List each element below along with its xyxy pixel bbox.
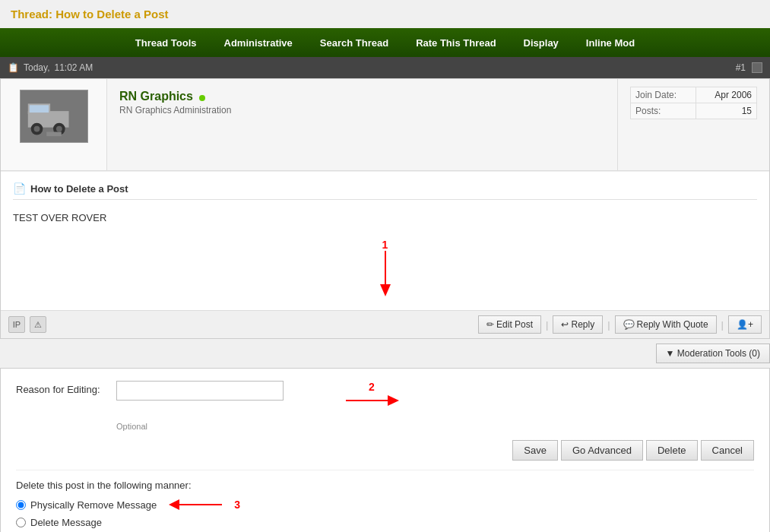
separator3: | <box>720 319 725 331</box>
quote-icon: 💬 <box>623 319 635 330</box>
nav-bar: Thread Tools Administrative Search Threa… <box>0 28 770 57</box>
online-indicator <box>199 95 205 101</box>
reply-icon: ↩ <box>561 319 569 330</box>
svg-marker-15 <box>169 499 179 510</box>
moderation-tools-bar: ▼ Moderation Tools (0) <box>0 339 770 368</box>
delete-button[interactable]: Delete <box>646 440 698 461</box>
post-time: 11:02 AM <box>54 62 93 73</box>
reason-label: Reason for Editing: <box>16 381 107 395</box>
user-info: RN Graphics RN Graphics Administration <box>107 79 617 170</box>
svg-point-5 <box>33 126 40 132</box>
svg-marker-13 <box>388 395 399 406</box>
edit-post-button[interactable]: ✏ Edit Post <box>478 315 541 334</box>
avatar-section <box>1 79 107 170</box>
action-bar-left: IP ⚠ <box>8 316 46 333</box>
nav-thread-tools[interactable]: Thread Tools <box>122 28 211 57</box>
post-title-line: 📄 How to Delete a Post <box>13 182 757 200</box>
page-title: Thread: How to Delete a Post <box>0 0 770 28</box>
reason-input[interactable] <box>116 381 284 401</box>
post-action-bar: IP ⚠ ✏ Edit Post | ↩ Reply | 💬 Reply Wit… <box>1 310 769 338</box>
save-button[interactable]: Save <box>512 440 558 461</box>
ip-icon[interactable]: IP <box>8 316 25 333</box>
posts-value: 15 <box>696 103 757 119</box>
add-icon: 👤+ <box>737 319 753 330</box>
radio-physically-remove-label[interactable]: Physically Remove Message <box>30 499 157 511</box>
annotation-2: 2 <box>338 381 399 416</box>
post-body: TEST OVER ROVER <box>13 207 757 228</box>
avatar <box>20 90 88 143</box>
nav-inline-mod[interactable]: Inline Mod <box>572 28 648 57</box>
form-buttons: Save Go Advanced Delete Cancel <box>16 440 754 461</box>
doc-icon: 📄 <box>13 182 26 195</box>
annotation-1: 1 <box>13 228 757 299</box>
user-title: RN Graphics Administration <box>119 105 605 116</box>
post-title: How to Delete a Post <box>30 183 128 195</box>
edit-panel: Reason for Editing: 2 Optional Save Go A… <box>0 368 770 532</box>
thread-label: Thread: <box>11 8 52 21</box>
go-advanced-button[interactable]: Go Advanced <box>561 440 643 461</box>
svg-point-6 <box>55 126 62 132</box>
post-stats: Join Date: Apr 2006 Posts: 15 <box>617 79 769 170</box>
svg-rect-7 <box>29 105 48 112</box>
annotation-3-arrow <box>169 497 230 512</box>
radio-delete-message: Delete Message <box>16 517 754 528</box>
calendar-icon: 📋 <box>8 62 19 73</box>
pencil-icon: ✏ <box>486 319 494 330</box>
svg-marker-11 <box>380 284 391 296</box>
nav-search-thread[interactable]: Search Thread <box>306 28 402 57</box>
post-content: 📄 How to Delete a Post TEST OVER ROVER 1 <box>1 171 769 310</box>
delete-section: Delete this post in the following manner… <box>16 470 754 532</box>
optional-label: Optional <box>116 422 754 431</box>
post-container: RN Graphics RN Graphics Administration J… <box>0 78 770 339</box>
report-icon[interactable]: ⚠ <box>30 316 46 333</box>
nav-administrative[interactable]: Administrative <box>211 28 306 57</box>
cancel-button[interactable]: Cancel <box>701 440 754 461</box>
thread-title: How to Delete a Post <box>55 8 168 21</box>
post-date-label: Today, <box>24 62 49 73</box>
posts-label: Posts: <box>631 103 696 119</box>
post-checkbox[interactable] <box>752 62 762 73</box>
join-date-label: Join Date: <box>631 87 696 103</box>
delete-manner-title: Delete this post in the following manner… <box>16 480 754 491</box>
svg-rect-9 <box>41 136 66 139</box>
separator: | <box>544 319 550 331</box>
annotation-3-label: 3 <box>234 499 240 511</box>
svg-rect-8 <box>46 132 62 137</box>
radio-physically-remove: Physically Remove Message 3 <box>16 497 754 512</box>
username: RN Graphics <box>119 90 193 103</box>
post-meta-bar: 📋 Today, 11:02 AM #1 <box>0 57 770 78</box>
join-date-value: Apr 2006 <box>696 87 757 103</box>
moderation-tools-button[interactable]: ▼ Moderation Tools (0) <box>656 344 770 363</box>
reply-with-quote-button[interactable]: 💬 Reply With Quote <box>615 315 717 334</box>
nav-display[interactable]: Display <box>510 28 572 57</box>
reply-button[interactable]: ↩ Reply <box>553 315 603 334</box>
radio-delete-message-input[interactable] <box>16 518 26 527</box>
radio-physically-remove-input[interactable] <box>16 500 26 510</box>
add-user-button[interactable]: 👤+ <box>728 315 762 334</box>
post-header: RN Graphics RN Graphics Administration J… <box>1 79 769 171</box>
nav-rate-thread[interactable]: Rate This Thread <box>402 28 509 57</box>
separator2: | <box>606 319 611 331</box>
reason-form-row: Reason for Editing: 2 <box>16 381 754 416</box>
post-number: #1 <box>736 62 746 73</box>
action-bar-right: ✏ Edit Post | ↩ Reply | 💬 Reply With Quo… <box>478 315 762 334</box>
radio-delete-message-label[interactable]: Delete Message <box>30 517 102 528</box>
